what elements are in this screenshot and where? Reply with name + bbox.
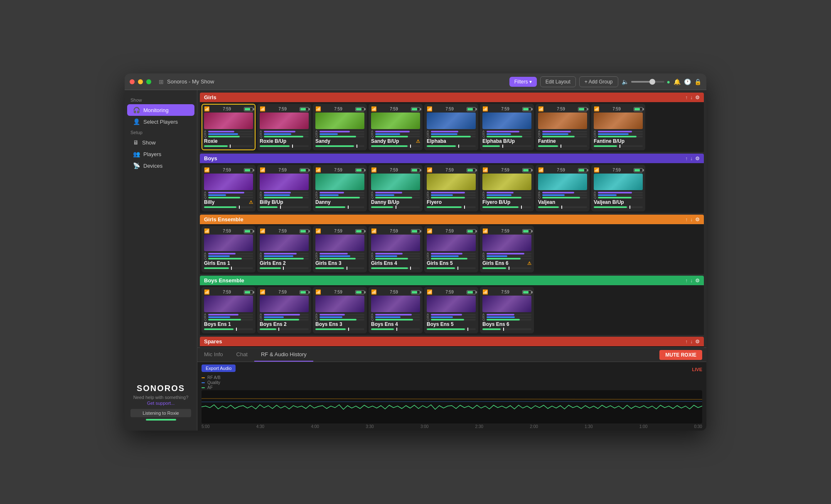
player-card-girls-ens-2[interactable]: 📶 7:59 A B	[257, 226, 311, 272]
card-name: Girls Ens 4	[371, 260, 420, 266]
card-battery	[300, 168, 309, 172]
sidebar-item-devices[interactable]: 📡 Devices	[127, 160, 194, 171]
group-settings-icon-girls-ens[interactable]: ⚙	[695, 217, 700, 223]
tab-chat[interactable]: Chat	[230, 348, 254, 362]
group-up-icon-boys[interactable]: ↑	[685, 156, 688, 161]
group-up-icon-boys-ens[interactable]: ↑	[685, 278, 688, 284]
export-audio-button[interactable]: Export Audio	[202, 365, 236, 372]
player-card-girls-ens-1[interactable]: 📶 7:59 A B	[202, 226, 256, 272]
mute-roxie-button[interactable]: MUTE ROXIE	[659, 350, 702, 360]
group-header-actions-boys: ↑ ↓ ⚙	[685, 156, 700, 161]
mini-track-b	[375, 255, 420, 257]
group-settings-icon-girls[interactable]: ⚙	[695, 95, 700, 100]
battery-fill	[412, 291, 417, 294]
volume-slider-thumb[interactable]	[649, 79, 655, 85]
player-card-fiyero[interactable]: 📶 7:59 A B	[424, 165, 478, 211]
mini-fill-a	[598, 131, 632, 132]
player-card-boys-ens-5[interactable]: 📶 7:59 A B	[424, 287, 478, 333]
wifi-icon: 📶	[204, 228, 210, 234]
player-card-boys-ens-6[interactable]: 📶 7:59 A B	[480, 287, 534, 333]
level-marker	[280, 206, 281, 209]
group-header-boys-ens: Boys Ensemble ↑ ↓ ⚙	[200, 276, 704, 285]
support-link[interactable]: Get support...	[130, 401, 191, 406]
player-card-roxie-b/up[interactable]: 📶 7:59 A B	[257, 104, 311, 150]
mini-track-a	[208, 253, 253, 254]
traffic-light-red[interactable]	[130, 79, 135, 84]
add-group-button[interactable]: + Add Group	[579, 76, 618, 87]
player-card-fantine[interactable]: 📶 7:59 A B	[536, 104, 590, 150]
player-card-girls-ens-5[interactable]: 📶 7:59 A B	[424, 226, 478, 272]
group-up-icon-girls-ens[interactable]: ↑	[685, 217, 688, 223]
group-up-icon-girls[interactable]: ↑	[685, 95, 688, 100]
group-settings-icon-spares[interactable]: ⚙	[695, 339, 700, 345]
player-card-sandy-b/up[interactable]: 📶 7:59 A B	[369, 104, 423, 150]
player-card-girls-ens-6[interactable]: 📶 7:59 A B	[480, 226, 534, 272]
bell-icon[interactable]: 🔔	[674, 78, 681, 85]
group-down-icon-boys-ens[interactable]: ↓	[690, 278, 693, 284]
player-card-danny-b/up[interactable]: 📶 7:59 A B	[369, 165, 423, 211]
group-name-boys-ens: Boys Ensemble	[204, 277, 244, 284]
card-mini-bars: A B Q	[427, 130, 476, 137]
mini-fill-b	[487, 194, 511, 196]
player-card-girls-ens-4[interactable]: 📶 7:59 A B	[369, 226, 423, 272]
player-card-elphaba-b/up[interactable]: 📶 7:59 A B	[480, 104, 534, 150]
traffic-light-green[interactable]	[146, 79, 151, 84]
group-down-icon-girls-ens[interactable]: ↓	[690, 217, 693, 223]
level-marker	[348, 206, 349, 209]
sidebar-item-select-players[interactable]: 👤 Select Players	[127, 116, 194, 127]
level-marker	[396, 328, 397, 331]
player-card-billy[interactable]: 📶 7:59 A B	[202, 165, 256, 211]
card-battery	[300, 229, 309, 233]
player-card-boys-ens-1[interactable]: 📶 7:59 A B	[202, 287, 256, 333]
level-fill	[204, 206, 236, 208]
group-down-icon-boys[interactable]: ↓	[690, 156, 693, 161]
card-level-bar	[482, 145, 531, 147]
traffic-light-yellow[interactable]	[138, 79, 143, 84]
player-card-sandy[interactable]: 📶 7:59 A B	[313, 104, 367, 150]
player-card-fantine-b/up[interactable]: 📶 7:59 A B	[591, 104, 645, 150]
volume-slider-track[interactable]	[631, 81, 664, 83]
monitor-icon: 🖥	[133, 139, 139, 146]
player-card-roxie[interactable]: 📶 7:59 A B	[202, 104, 256, 150]
player-card-valjean-b/up[interactable]: 📶 7:59 A B	[591, 165, 645, 211]
wifi-icon: 📶	[538, 167, 544, 173]
mini-fill-b	[320, 316, 342, 318]
sidebar-item-show[interactable]: 🖥 Show	[127, 137, 194, 148]
filters-button[interactable]: Filters ▾	[509, 77, 537, 87]
edit-layout-button[interactable]: Edit Layout	[540, 76, 576, 87]
mini-fill-a	[431, 131, 458, 132]
tab-mic-info[interactable]: Mic Info	[197, 348, 230, 362]
player-card-boys-ens-3[interactable]: 📶 7:59 A B	[313, 287, 367, 333]
group-down-icon-spares[interactable]: ↓	[690, 339, 693, 345]
group-settings-icon-boys[interactable]: ⚙	[695, 156, 700, 161]
level-marker	[521, 206, 522, 209]
mini-fill-a	[375, 253, 403, 254]
player-card-boys-ens-4[interactable]: 📶 7:59 A B	[369, 287, 423, 333]
mini-track-b	[264, 194, 309, 196]
player-card-elphaba[interactable]: 📶 7:59 A B	[424, 104, 478, 150]
mini-label-q: Q	[260, 196, 263, 199]
window-title-area: ⊞ Sonoros - My Show	[159, 78, 506, 85]
player-card-girls-ens-3[interactable]: 📶 7:59 A B	[313, 226, 367, 272]
group-up-icon-spares[interactable]: ↑	[685, 339, 688, 345]
tab-rf-audio-history[interactable]: RF & Audio History	[254, 348, 313, 362]
sidebar-item-monitoring[interactable]: 🎧 Monitoring	[127, 104, 194, 116]
battery-fill	[523, 108, 529, 110]
player-card-valjean[interactable]: 📶 7:59 A B	[536, 165, 590, 211]
player-card-danny[interactable]: 📶 7:59 A B	[313, 165, 367, 211]
clock-icon[interactable]: 🕐	[684, 78, 691, 85]
player-card-boys-ens-2[interactable]: 📶 7:59 A B	[257, 287, 311, 333]
wifi-icon: 📶	[594, 167, 600, 173]
card-thumbnail	[204, 235, 253, 251]
mini-fill-q	[431, 136, 471, 137]
group-header-actions-girls: ↑ ↓ ⚙	[685, 95, 700, 100]
mini-track-q	[487, 319, 531, 321]
sidebar-item-players[interactable]: 👥 Players	[127, 148, 194, 160]
group-settings-icon-boys-ens[interactable]: ⚙	[695, 278, 700, 284]
player-card-fiyero-b/up[interactable]: 📶 7:59 A B	[480, 165, 534, 211]
lock-icon[interactable]: 🔒	[694, 78, 701, 85]
mini-track-a	[375, 314, 420, 316]
group-down-icon-girls[interactable]: ↓	[690, 95, 693, 100]
player-card-billy-b/up[interactable]: 📶 7:59 A B	[257, 165, 311, 211]
card-name: Fiyero	[427, 199, 476, 205]
